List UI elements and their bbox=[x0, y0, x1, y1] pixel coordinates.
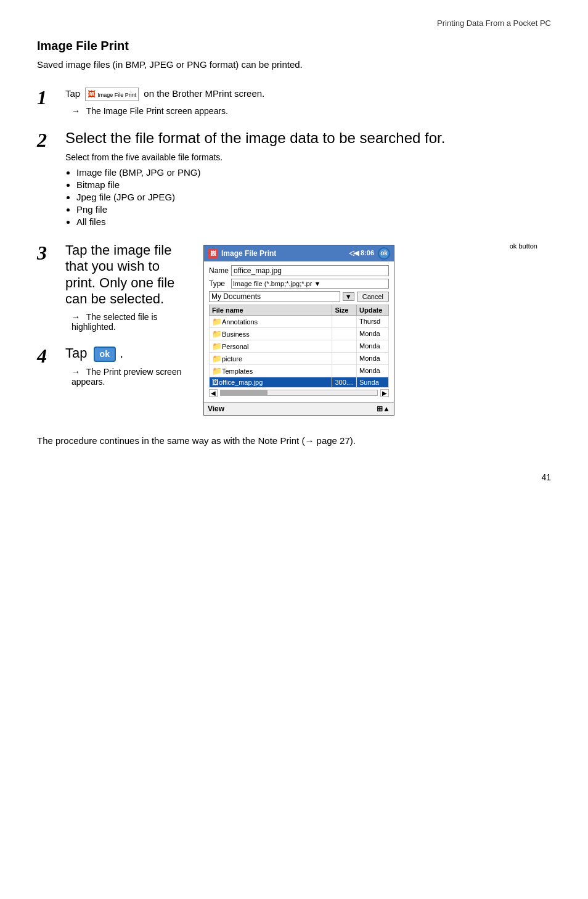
step-3: 3 Tap the image file that you wish to pr… bbox=[37, 242, 191, 332]
table-row[interactable]: 📁picture Monda bbox=[210, 352, 389, 364]
footer-view-label[interactable]: View bbox=[208, 404, 224, 413]
step-1: 1 Tap 🖼 Image File Print on the Brother … bbox=[37, 87, 551, 116]
title-right: ◁◀ 8:06 ok bbox=[349, 247, 390, 260]
step-2-bullet-list: Image file (BMP, JPG or PNG) Bitmap file… bbox=[76, 167, 551, 227]
col-filename: File name bbox=[210, 305, 332, 315]
step-1-text-after: on the Brother MPrint screen. bbox=[144, 88, 264, 99]
dir-row: My Documents ▼ Cancel bbox=[209, 291, 389, 302]
screenshot-title: Image File Print bbox=[221, 249, 276, 258]
table-row[interactable]: 📁Annotations Thursd bbox=[210, 315, 389, 327]
step-1-text-before: Tap bbox=[65, 88, 80, 99]
col-size: Size bbox=[332, 305, 357, 315]
page-header-text: Printing Data From a Pocket PC bbox=[437, 18, 551, 28]
step-4-sub: → The Print preview screen appears. bbox=[71, 367, 191, 387]
footer-note: The procedure continues in the same way … bbox=[37, 434, 551, 448]
screenshot-window: 🖼 Image File Print ◁◀ 8:06 ok Name bbox=[203, 245, 394, 416]
step-4: 4 Tap ok . → The Print preview screen ap… bbox=[37, 345, 191, 387]
icon-label: Image File Print bbox=[97, 92, 136, 98]
step-1-number: 1 bbox=[37, 87, 59, 109]
screenshot-title-bar: 🖼 Image File Print ◁◀ 8:06 ok bbox=[204, 245, 394, 261]
name-input[interactable] bbox=[231, 265, 389, 276]
screenshot-footer: View ⊞▲ bbox=[204, 402, 394, 415]
step-3-number: 3 bbox=[37, 242, 59, 264]
app-icon: 🖼 bbox=[208, 248, 218, 258]
list-item: Png file bbox=[76, 204, 551, 215]
table-row[interactable]: 📁Personal Monda bbox=[210, 340, 389, 352]
time-display: ◁◀ 8:06 bbox=[349, 249, 374, 257]
table-row[interactable]: 📁Templates Monda bbox=[210, 364, 389, 377]
ok-circle-button[interactable]: ok bbox=[378, 247, 390, 260]
step-2-sub-text: Select from the five available file form… bbox=[65, 152, 551, 162]
page-header: Printing Data From a Pocket PC bbox=[37, 18, 551, 28]
list-item: Bitmap file bbox=[76, 179, 551, 190]
step-2-content: Select the file format of the image data… bbox=[65, 129, 551, 229]
step-1-content: Tap 🖼 Image File Print on the Brother MP… bbox=[65, 87, 551, 116]
type-select[interactable]: Image file (*.bmp;*.jpg;*.pr ▼ bbox=[231, 279, 389, 289]
step-1-text: Tap 🖼 Image File Print on the Brother MP… bbox=[65, 87, 551, 101]
list-item: Jpeg file (JPG or JPEG) bbox=[76, 192, 551, 202]
step-4-content: Tap ok . → The Print preview screen appe… bbox=[65, 345, 191, 387]
table-row[interactable]: 📁Business Monda bbox=[210, 327, 389, 340]
step-2: 2 Select the file format of the image da… bbox=[37, 129, 551, 229]
col-update: Update bbox=[357, 305, 389, 315]
step-3-content: Tap the image file that you wish to prin… bbox=[65, 242, 191, 332]
horizontal-scrollbar[interactable]: ◀ ▶ bbox=[209, 389, 389, 397]
step-3-sub: → The selected file is highlighted. bbox=[71, 312, 191, 332]
type-label: Type bbox=[209, 279, 231, 288]
dir-select[interactable]: My Documents bbox=[209, 291, 340, 302]
step-4-text: Tap ok . bbox=[65, 345, 191, 362]
list-item: All files bbox=[76, 216, 551, 227]
scrollbar-track[interactable] bbox=[220, 390, 378, 396]
footer-grid-icon[interactable]: ⊞▲ bbox=[377, 404, 390, 413]
screenshot-body: Name Type Image file (*.bmp;*.jpg;*.pr ▼… bbox=[204, 261, 394, 402]
section-title: Image File Print bbox=[37, 39, 551, 53]
scrollbar-thumb bbox=[221, 390, 267, 395]
step-4-number: 4 bbox=[37, 345, 59, 367]
step-2-text: Select the file format of the image data… bbox=[65, 129, 551, 147]
title-left: 🖼 Image File Print bbox=[208, 248, 276, 258]
step-2-number: 2 bbox=[37, 129, 59, 151]
step-1-sub: → The Image File Print screen appears. bbox=[71, 106, 551, 116]
list-item: Image file (BMP, JPG or PNG) bbox=[76, 167, 551, 178]
type-field-row: Type Image file (*.bmp;*.jpg;*.pr ▼ bbox=[209, 279, 389, 289]
image-file-print-icon-container: 🖼 Image File Print bbox=[85, 88, 139, 101]
ok-button-inline: ok bbox=[94, 347, 116, 362]
cancel-button[interactable]: Cancel bbox=[357, 292, 389, 302]
table-row-highlighted[interactable]: 🖼office_map.jpg 300.... Sunda bbox=[210, 377, 389, 387]
name-field-row: Name bbox=[209, 265, 389, 276]
step-3-text: Tap the image file that you wish to prin… bbox=[65, 242, 191, 308]
step-4-text-before: Tap bbox=[65, 345, 87, 361]
name-label: Name bbox=[209, 266, 231, 275]
page-number: 41 bbox=[37, 472, 551, 482]
intro-text: Saved image files (in BMP, JPEG or PNG f… bbox=[37, 59, 551, 70]
file-table: File name Size Update 📁Annotations Thurs… bbox=[209, 305, 389, 388]
